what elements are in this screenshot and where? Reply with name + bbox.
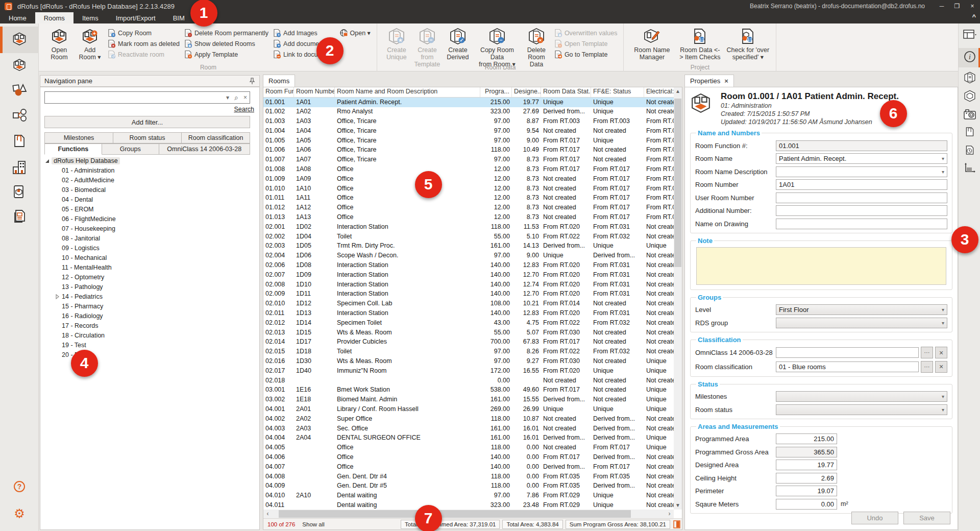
- mark-room-as-deleted-button[interactable]: ×Mark room as deleted: [107, 38, 180, 49]
- save-button[interactable]: Save: [903, 512, 950, 524]
- table-row[interactable]: 03.0011E16Bmet Work Station538.0049.60Fr…: [263, 385, 674, 395]
- table-row[interactable]: 02.0091D11Interaction Station140.0012.70…: [263, 289, 674, 299]
- lookup-button[interactable]: ⋯: [921, 347, 933, 358]
- rightbar-item-items-in-room[interactable]: [959, 89, 980, 105]
- rightbar-item-images[interactable]: [959, 107, 980, 124]
- table-row[interactable]: 02.0031D05Trmt Rm. Dirty Proc.161.0014.1…: [263, 242, 674, 251]
- table-row[interactable]: 02.0071D09Interaction Station140.0012.70…: [263, 270, 674, 280]
- search-link[interactable]: Search: [234, 106, 254, 113]
- apply-template-button[interactable]: ≡Apply Template: [184, 49, 268, 60]
- menu-tab-rooms[interactable]: Rooms: [35, 12, 74, 23]
- lookup-button[interactable]: ⋯: [921, 361, 933, 373]
- menu-tab-bim[interactable]: BIM: [164, 12, 193, 23]
- table-row[interactable]: 02.0101D12Specimen Coll. Lab108.0010.21F…: [263, 299, 674, 309]
- table-row[interactable]: 02.0041D06Scope Wash / Decon.97.009.00Un…: [263, 251, 674, 261]
- sidebar-item-room-templates[interactable]: [0, 53, 39, 79]
- note-textarea[interactable]: [696, 247, 946, 285]
- table-row[interactable]: 02.0121D14Specimen Toilet43.004.75From R…: [263, 318, 674, 328]
- show-deleted-rooms-button[interactable]: ⊗Show deleted Rooms: [184, 38, 268, 49]
- table-row[interactable]: 01.0041A04Office, Tricare97.009.54Not cr…: [263, 126, 674, 136]
- table-row[interactable]: 01.0101A10Office12.008.73Not createdFrom…: [263, 184, 674, 194]
- table-row[interactable]: 02.0180.00Not createdNot createdNot crea…: [263, 376, 674, 385]
- tree-item-05-erom[interactable]: 05 - EROM: [44, 204, 257, 214]
- scroll-up-icon[interactable]: ▲: [674, 87, 682, 95]
- table-row[interactable]: 01.0031A03Office, Tricare97.008.87From R…: [263, 117, 674, 127]
- dropdown-chevron-icon[interactable]: ▾: [942, 320, 944, 326]
- tree-item-04-dental[interactable]: 04 - Dental: [44, 195, 257, 204]
- scroll-left-icon[interactable]: ‹: [263, 510, 272, 518]
- field-name-on-drawing[interactable]: [776, 219, 947, 229]
- open-room-button[interactable]: OpenRoom: [44, 27, 74, 63]
- table-row[interactable]: 01.0121A12Office12.008.73Not createdFrom…: [263, 203, 674, 213]
- sidebar-item-product-catalog[interactable]: [0, 180, 39, 206]
- close-button[interactable]: ×: [965, 0, 980, 12]
- minimize-button[interactable]: ─: [934, 0, 949, 12]
- table-row[interactable]: 04.0012A01Library / Conf. Room Hassell26…: [263, 405, 674, 415]
- tree-item-03-biomedical[interactable]: 03 - Biomedical: [44, 185, 257, 195]
- field-level[interactable]: First Floor▾: [776, 304, 947, 315]
- field-programmed-area[interactable]: 215.00: [776, 433, 837, 444]
- field-additional-number[interactable]: [776, 205, 947, 216]
- clear-button[interactable]: ×: [935, 347, 947, 358]
- add-filter-button[interactable]: Add filter...: [44, 116, 250, 128]
- tree-item-15-pharmacy[interactable]: 15 - Pharmacy: [44, 301, 257, 311]
- add-images-button[interactable]: +Add Images: [273, 28, 335, 38]
- table-row[interactable]: 04.0102A10Dental waiting97.007.86From RT…: [263, 491, 674, 501]
- horizontal-scrollbar[interactable]: ‹ ›: [263, 510, 674, 518]
- nav-tab-functions[interactable]: Functions: [44, 143, 102, 155]
- tree-item-07-housekeeping[interactable]: 07 - Housekeeping: [44, 224, 257, 233]
- table-row[interactable]: 02.0131D15Wts & Meas. Room55.005.07From …: [263, 328, 674, 337]
- navigation-pane-header[interactable]: Navigation pane: [40, 75, 260, 87]
- table-row[interactable]: 02.0011D02Interaction Station118.0011.53…: [263, 222, 674, 232]
- field-room-number[interactable]: 1A01: [776, 179, 947, 190]
- nav-tab-groups[interactable]: Groups: [102, 143, 159, 155]
- field-omniclass-14-2006-03-28[interactable]: [776, 347, 919, 358]
- dropdown-chevron-icon[interactable]: ▾: [942, 169, 944, 175]
- rightbar-item-attachments[interactable]: [959, 125, 980, 141]
- sidebar-item-building[interactable]: [0, 155, 39, 182]
- tree-item-12-optometry[interactable]: 12 - Optometry: [44, 272, 257, 282]
- tree-item-16-radiology[interactable]: 16 - Radiology: [44, 311, 257, 321]
- table-row[interactable]: 02.0161D30Wts & Meas. Room97.009.27From …: [263, 357, 674, 367]
- table-row[interactable]: 04.0042A04DENTAL SURGEON OFFICE161.0016.…: [263, 433, 674, 443]
- table-row[interactable]: 01.0111A11Office12.008.73Not createdFrom…: [263, 194, 674, 203]
- nav-tab-room-status[interactable]: Room status: [113, 132, 182, 143]
- settings-icon[interactable]: ⚙: [0, 506, 39, 521]
- dropdown-chevron-icon[interactable]: ▾: [942, 156, 944, 161]
- table-row[interactable]: 01.0021A02Rmo Analyst323.0027.69Derived …: [263, 107, 674, 117]
- table-row[interactable]: 04.005Office118.000.00Not createdFrom RT…: [263, 443, 674, 453]
- nav-tab-milestones[interactable]: Milestones: [44, 132, 113, 143]
- table-row[interactable]: 04.007Office140.000.00Derived from...Fro…: [263, 462, 674, 472]
- field-room-classification[interactable]: 01 - Blue rooms: [776, 361, 919, 372]
- expander-icon[interactable]: [44, 158, 52, 163]
- undo-button[interactable]: Undo: [851, 512, 898, 524]
- sidebar-item-attachments[interactable]: [0, 129, 39, 155]
- table-row[interactable]: 01.0071A07Office, Tricare97.008.73From R…: [263, 155, 674, 165]
- vertical-scroll-thumb[interactable]: [674, 99, 681, 267]
- table-row[interactable]: 03.0021E18Biomed Maint. Admin161.0015.55…: [263, 395, 674, 405]
- field-ceiling-height[interactable]: 2.69: [776, 473, 837, 484]
- table-row[interactable]: 02.0141D17Provider Cubicles700.0067.83Fr…: [263, 337, 674, 347]
- dropdown-chevron-icon[interactable]: ▾: [942, 407, 944, 413]
- show-all-link[interactable]: Show all: [302, 521, 324, 527]
- dropdown-chevron-icon[interactable]: ▾: [942, 307, 944, 312]
- tree-item-17-records[interactable]: 17 - Records: [44, 321, 257, 330]
- open-button[interactable]: Open ▾: [339, 28, 371, 38]
- column-header-room-number[interactable]: Room Number: [294, 87, 335, 97]
- field-room-name-description[interactable]: ▾: [776, 166, 947, 177]
- rightbar-item-info[interactable]: i: [959, 48, 980, 67]
- table-row[interactable]: 04.0032A03Sec. Office161.0016.01Not crea…: [263, 424, 674, 433]
- tree-item-14-pediatrics[interactable]: 14 - Pediatrics: [44, 292, 257, 301]
- field-rds-group[interactable]: ▾: [776, 318, 947, 328]
- help-icon[interactable]: ?: [0, 481, 39, 492]
- search-icon[interactable]: ⌕: [232, 93, 241, 102]
- rightbar-item-layout-selector[interactable]: [959, 28, 980, 44]
- field-room-name[interactable]: Patient Admin. Recept.▾: [776, 153, 947, 164]
- dropdown-chevron-icon[interactable]: ▾: [224, 94, 232, 101]
- maximize-button[interactable]: ❐: [949, 0, 965, 12]
- properties-tab[interactable]: Properties ×: [684, 75, 734, 87]
- column-header-room-name-and-room-description[interactable]: Room Name and Room Description: [335, 87, 480, 97]
- table-row[interactable]: 04.0022A02Super Office118.0010.87Not cre…: [263, 414, 674, 424]
- create-derived-button[interactable]: ✓ CreateDerived: [443, 27, 473, 63]
- rightbar-item-room-data[interactable]: [959, 70, 980, 87]
